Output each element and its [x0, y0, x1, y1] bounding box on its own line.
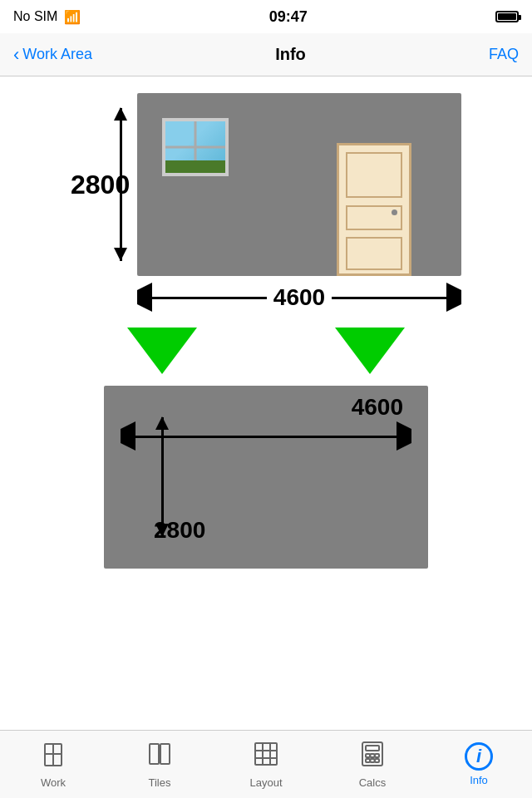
bottom-left-arrowhead: [121, 429, 135, 444]
arrow-top-head: [114, 93, 127, 108]
arrow-line: [120, 108, 122, 261]
green-arrows: [58, 328, 474, 374]
width-label: 4600: [273, 284, 325, 311]
green-arrow-left: [127, 328, 197, 374]
top-diagram: 2800: [0, 93, 532, 276]
bottom-arrow-line: [135, 436, 397, 438]
time-label: 09:47: [269, 8, 308, 26]
work-icon: [40, 741, 66, 773]
green-arrow-right: [335, 328, 405, 374]
back-arrow-icon: ‹: [13, 44, 19, 66]
status-right: [495, 11, 519, 22]
svg-rect-13: [371, 754, 375, 757]
left-arrowhead: [137, 290, 152, 305]
svg-rect-17: [375, 759, 379, 762]
tab-tiles[interactable]: Tiles: [106, 731, 213, 798]
window-inner: [165, 121, 225, 173]
door-panel-bot: [346, 237, 402, 270]
svg-rect-3: [150, 744, 159, 764]
layout-icon: [253, 741, 279, 773]
bottom-width-label: 4600: [352, 394, 403, 421]
right-arrowhead: [446, 290, 461, 305]
faq-button[interactable]: FAQ: [489, 46, 519, 63]
svg-rect-16: [371, 759, 375, 762]
window-grass: [165, 160, 225, 174]
tab-info-label: Info: [470, 774, 488, 786]
width-arrow: 4600: [137, 284, 461, 311]
svg-rect-5: [255, 743, 277, 765]
bottom-arrow-top: [155, 402, 169, 417]
tab-work[interactable]: Work: [0, 731, 106, 798]
wall-door: [337, 143, 411, 276]
bottom-diagram: 4600 2800: [104, 386, 428, 569]
status-bar: No SIM 📶 09:47: [0, 0, 532, 33]
svg-rect-15: [366, 759, 370, 762]
tab-layout[interactable]: Layout: [213, 731, 319, 798]
svg-rect-14: [375, 754, 379, 757]
nav-title: Info: [275, 45, 306, 64]
wall-window: [162, 118, 229, 176]
info-icon: i: [465, 742, 493, 771]
nav-bar: ‹ Work Area Info FAQ: [0, 33, 532, 76]
width-arrow-row: 4600: [0, 284, 532, 311]
arrow-bottom-head: [114, 261, 127, 276]
tab-bar: Work Tiles Layout: [0, 730, 532, 798]
tab-work-label: Work: [41, 776, 66, 789]
back-button[interactable]: ‹ Work Area: [13, 44, 92, 66]
tab-layout-label: Layout: [249, 776, 282, 789]
tab-calcs-label: Calcs: [359, 776, 387, 789]
arrow-h-line-2: [332, 297, 446, 299]
arrow-h-line: [152, 297, 267, 299]
height-arrow: 2800: [71, 93, 129, 276]
bottom-right-arrowhead: [397, 429, 411, 444]
door-panel-top: [346, 152, 402, 198]
wifi-icon: 📶: [64, 9, 81, 25]
svg-rect-11: [366, 746, 379, 751]
battery-icon: [495, 11, 519, 22]
tiles-icon: [146, 741, 173, 773]
svg-rect-12: [366, 754, 370, 757]
status-left: No SIM 📶: [13, 9, 81, 25]
calcs-icon: [359, 741, 386, 773]
vertical-arrow: [112, 93, 129, 276]
main-content: 2800: [0, 76, 532, 730]
bottom-height-label: 2800: [154, 517, 205, 544]
carrier-label: No SIM: [13, 9, 57, 24]
tab-calcs[interactable]: Calcs: [319, 731, 426, 798]
svg-rect-4: [160, 744, 170, 764]
tab-tiles-label: Tiles: [149, 776, 171, 789]
wall-canvas: [137, 93, 461, 276]
tab-info[interactable]: i Info: [426, 731, 532, 798]
door-knob: [392, 209, 397, 215]
back-label: Work Area: [22, 46, 92, 63]
